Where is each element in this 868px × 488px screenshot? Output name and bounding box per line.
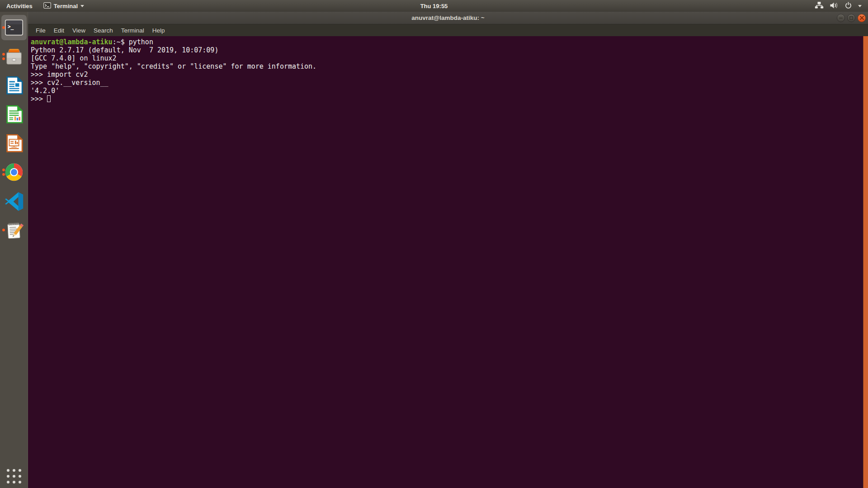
app-menu-button[interactable]: Terminal xyxy=(39,0,89,12)
top-bar-left: Activities Terminal xyxy=(0,0,89,12)
dock-item-libreoffice-calc[interactable] xyxy=(1,102,27,127)
running-indicator xyxy=(2,26,5,29)
terminal-menubar: FileEditViewSearchTerminalHelp xyxy=(28,24,868,36)
dock-item-libreoffice-impress[interactable] xyxy=(1,131,27,156)
files-icon xyxy=(4,47,24,66)
terminal-line: >>> import cv2 xyxy=(31,70,860,79)
dock-items: >_ xyxy=(0,12,28,246)
running-indicator xyxy=(2,53,5,60)
terminal-line: >>> cv2.__version__ xyxy=(31,79,860,87)
chevron-down-icon xyxy=(80,5,84,7)
show-applications-button[interactable] xyxy=(0,469,28,483)
dock-item-text-editor[interactable] xyxy=(1,217,27,243)
system-status-area[interactable] xyxy=(810,0,868,12)
terminal-window: anuvrat@lambda-atiku: ~ FileEditViewSear… xyxy=(28,12,868,488)
maximize-button[interactable] xyxy=(847,14,855,22)
close-button[interactable] xyxy=(858,14,866,22)
terminal-cursor xyxy=(47,95,51,102)
dock-item-libreoffice-writer[interactable] xyxy=(1,73,27,98)
minimize-button[interactable] xyxy=(837,14,845,22)
terminal-line: [GCC 7.4.0] on linux2 xyxy=(31,54,860,62)
terminal-icon: >_ xyxy=(4,18,24,38)
menu-item-terminal[interactable]: Terminal xyxy=(117,24,148,36)
terminal-line: >>> xyxy=(31,95,860,103)
dock-item-vscode[interactable] xyxy=(1,188,27,214)
menu-item-edit[interactable]: Edit xyxy=(50,24,68,36)
app-menu-label: Terminal xyxy=(54,3,78,9)
top-bar: Activities Terminal Thu 19:55 xyxy=(0,0,868,12)
terminal-line: Type "help", "copyright", "credits" or "… xyxy=(31,62,860,70)
show-applications-grid-icon xyxy=(7,469,21,483)
window-titlebar[interactable]: anuvrat@lambda-atiku: ~ xyxy=(28,12,868,24)
vscode-icon xyxy=(4,191,24,211)
terminal-output: anuvrat@lambda-atiku:~$ pythonPython 2.7… xyxy=(31,38,860,103)
dock-item-chrome[interactable] xyxy=(1,160,27,185)
menu-item-search[interactable]: Search xyxy=(90,24,117,36)
terminal-line: '4.2.0' xyxy=(31,87,860,95)
activities-button[interactable]: Activities xyxy=(0,0,39,12)
network-wired-icon xyxy=(815,1,824,10)
desktop: Activities Terminal Thu 19:55 >_ anuvrat… xyxy=(0,0,868,488)
dock-item-files[interactable] xyxy=(1,44,27,69)
running-indicator xyxy=(2,229,5,231)
menu-item-view[interactable]: View xyxy=(68,24,90,36)
dock-item-terminal[interactable]: >_ xyxy=(1,15,27,40)
terminal-window-icon xyxy=(43,2,51,10)
libreoffice-impress-icon xyxy=(4,133,24,153)
dock: >_ xyxy=(0,12,28,488)
running-indicator xyxy=(2,169,5,176)
terminal-content[interactable]: anuvrat@lambda-atiku:~$ pythonPython 2.7… xyxy=(28,36,868,488)
window-controls xyxy=(837,14,866,22)
terminal-line: anuvrat@lambda-atiku:~$ python xyxy=(31,38,860,46)
clock-button[interactable]: Thu 19:55 xyxy=(416,0,453,12)
volume-icon xyxy=(830,2,839,10)
chevron-down-icon xyxy=(858,5,862,7)
terminal-line: Python 2.7.17 (default, Nov 7 2019, 10:0… xyxy=(31,46,860,54)
scrollbar[interactable] xyxy=(863,36,868,488)
window-title: anuvrat@lambda-atiku: ~ xyxy=(411,14,484,21)
libreoffice-calc-icon xyxy=(4,104,24,124)
libreoffice-writer-icon xyxy=(4,75,24,95)
power-icon xyxy=(844,1,852,10)
svg-text:>_: >_ xyxy=(7,23,14,30)
text-editor-icon xyxy=(4,220,24,240)
menu-item-file[interactable]: File xyxy=(32,24,50,36)
menu-item-help[interactable]: Help xyxy=(148,24,169,36)
chrome-icon xyxy=(4,162,24,182)
